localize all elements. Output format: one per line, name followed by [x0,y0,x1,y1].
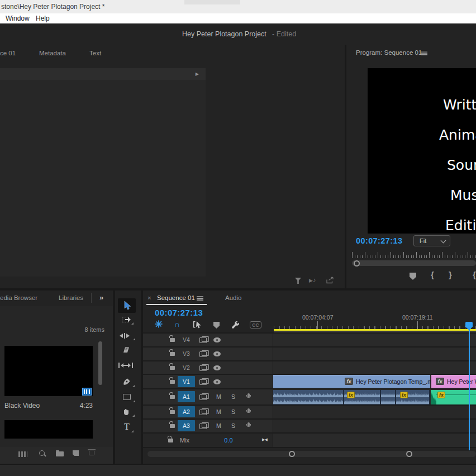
timeline-zoom-handle-right[interactable] [406,451,412,457]
toggle-output-eye-icon[interactable] [213,351,221,356]
add-marker-icon[interactable] [410,273,416,280]
fx-badge[interactable]: fx [347,392,355,398]
solo-button[interactable]: S [231,393,235,400]
nest-insert-icon[interactable] [155,320,163,329]
track-name-v2[interactable]: V2 [178,362,195,373]
tab-media-browser[interactable]: edia Browser [0,294,37,301]
timeline-zoom-handle-left[interactable] [289,451,295,457]
track-name-a3[interactable]: A3 [178,420,195,431]
fx-badge[interactable]: fx [400,392,408,398]
fx-badge[interactable]: fx [345,378,353,385]
mute-button[interactable]: M [216,422,221,429]
sync-lock-icon[interactable] [199,394,207,400]
timeline-marker-icon[interactable] [213,322,220,329]
lock-icon[interactable] [170,410,175,414]
toggle-output-eye-icon[interactable] [213,337,221,342]
lock-icon[interactable] [170,380,175,384]
mark-out-icon[interactable]: } [449,270,452,279]
rectangle-tool[interactable] [123,394,131,400]
sync-lock-icon[interactable] [199,365,207,371]
toggle-output-eye-icon[interactable] [213,379,221,384]
timeline-horizontal-scrollbar[interactable] [147,451,476,457]
video-clip-hey-peter-plotagon-temp[interactable]: fx Hey Peter Plotagon Temp_.mp4 [273,375,430,388]
ripple-edit-tool[interactable] [120,333,130,339]
program-scrollbar[interactable] [352,260,476,266]
track-content-v2[interactable] [273,361,476,374]
voiceover-mic-icon[interactable] [246,408,252,415]
lock-icon[interactable] [170,352,175,356]
audio-clip-segment[interactable] [381,390,396,404]
fx-badge[interactable]: fx [436,378,444,385]
selection-tool[interactable] [118,298,136,313]
tab-audio[interactable]: Audio [225,294,241,301]
lock-icon[interactable] [168,439,173,442]
track-content-mix[interactable] [273,434,476,447]
mark-in-icon[interactable]: { [431,270,434,279]
clip-thumbnail-black-video[interactable] [4,346,93,396]
toggle-output-eye-icon[interactable] [213,365,221,370]
track-name-v1[interactable]: V1 [178,376,195,387]
mix-keyframe-nav-icon[interactable]: ▶◀ [262,437,267,442]
program-scroll-handle[interactable] [354,260,360,266]
mark-in-icon-clipped[interactable]: { [473,270,476,279]
tab-sequence-01-upper[interactable]: ce 01 [0,50,16,56]
section-divider[interactable] [0,288,476,291]
program-monitor-title[interactable]: Program: Sequence 01 [356,49,422,56]
sync-lock-icon[interactable] [199,337,207,343]
menu-help[interactable]: Help [36,13,50,23]
expand-arrow-icon[interactable]: ▶ [196,68,199,80]
audio-clip-segment[interactable]: fx [344,390,381,404]
voiceover-mic-icon[interactable] [246,393,252,400]
playhead-line[interactable] [469,329,470,450]
trash-icon[interactable] [89,451,94,455]
new-bin-folder-icon[interactable] [56,451,64,456]
tab-sequence-01-timeline[interactable]: Sequence 01 [157,294,195,301]
panel-divider[interactable] [345,45,346,289]
export-icon[interactable] [326,277,334,285]
close-tab-icon[interactable]: × [147,294,151,301]
track-name-a2[interactable]: A2 [178,406,195,417]
hand-tool[interactable] [122,408,131,417]
track-select-forward-tool[interactable] [122,317,129,322]
pen-tool[interactable] [122,378,131,387]
voiceover-mic-icon[interactable] [246,422,252,429]
clip-thumbnail-second[interactable] [4,420,93,439]
mute-button[interactable]: M [216,393,221,400]
filmstrip-badge-icon[interactable] [82,388,92,396]
track-name-v3[interactable]: V3 [178,348,195,359]
track-content-a3[interactable] [273,420,476,432]
clip-name[interactable]: Black Video [4,402,40,410]
snap-magnet-icon[interactable]: ∩ [174,320,180,329]
sync-lock-icon[interactable] [199,423,207,429]
program-mini-timeline-ruler[interactable] [352,251,476,258]
slip-tool[interactable] [118,363,133,368]
zoom-level-select[interactable]: Fit [413,235,450,246]
sync-lock-icon[interactable] [199,379,207,385]
track-content-v4[interactable] [273,334,476,346]
audio-clip-segment[interactable]: fx [396,390,430,404]
timeline-timecode[interactable]: 00:07:27:13 [155,308,203,317]
program-panel-menu-icon[interactable] [421,51,427,55]
mute-button[interactable]: M [216,408,221,415]
new-item-icon[interactable] [73,450,79,456]
icon-view-icon[interactable] [18,451,27,457]
sync-lock-icon[interactable] [199,410,207,415]
tab-overflow-icon[interactable]: » [99,293,103,302]
lock-icon[interactable] [170,366,175,370]
linked-selection-icon[interactable] [193,321,202,330]
filter-icon[interactable] [295,278,301,284]
type-tool[interactable]: T [124,422,130,432]
mix-volume-value[interactable]: 0.0 [220,437,237,444]
track-name-v4[interactable]: V4 [178,334,195,345]
solo-button[interactable]: S [231,422,235,429]
tab-text[interactable]: Text [89,50,101,56]
track-name-a1[interactable]: A1 [178,391,195,402]
sync-lock-icon[interactable] [199,351,207,357]
solo-button[interactable]: S [231,408,235,415]
zoom-search-icon[interactable] [39,450,45,456]
menu-window[interactable]: Window [6,13,30,23]
panel-divider[interactable] [113,291,115,465]
os-titlebar[interactable]: stone\Hey Peter Plotagon Project * [0,0,476,13]
lock-icon[interactable] [170,395,175,399]
fx-badge[interactable]: fx [437,392,445,398]
